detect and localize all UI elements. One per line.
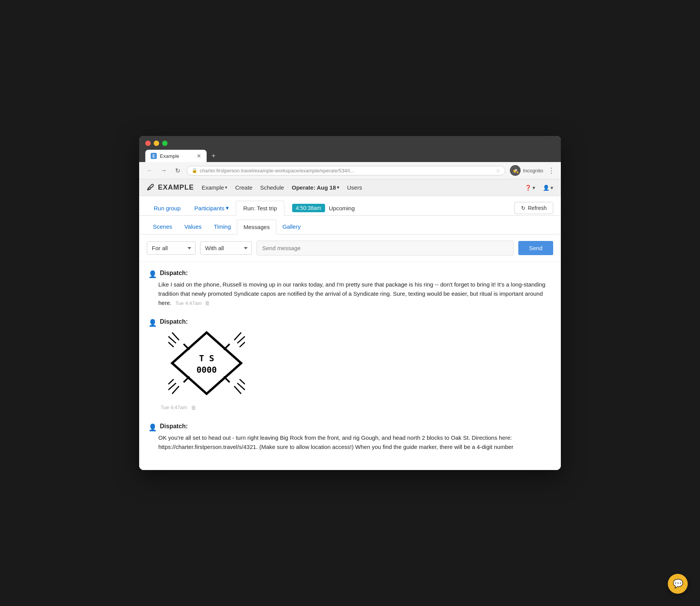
app-logo: 🖊 EXAMPLE <box>147 183 194 192</box>
new-tab-button[interactable]: + <box>208 151 219 161</box>
url-bar[interactable]: 🔒 charter.firstperson.travel/example-wor… <box>187 166 505 175</box>
messages-container: 👤 Dispatch: Like I said on the phone, Ru… <box>139 262 561 470</box>
message-body: Like I said on the phone, Russell is mov… <box>158 280 552 308</box>
browser-tab[interactable]: E Example ✕ <box>145 150 207 162</box>
person-icon-3: 👤 <box>148 423 157 432</box>
sub-tab-values[interactable]: Values <box>178 219 208 234</box>
ts-logo-image: T S 0000 <box>168 329 245 398</box>
message-time: Tue 4:47am <box>175 300 202 306</box>
person-icon-2: 👤 <box>148 319 157 327</box>
message-header-3: 👤 Dispatch: <box>148 423 552 432</box>
delete-message-icon[interactable]: 🗑 <box>205 300 210 306</box>
nav-operate-arrow: ▾ <box>337 185 339 190</box>
ts-logo-container: T S 0000 <box>168 329 245 400</box>
nav-example[interactable]: Example ▾ <box>202 184 227 191</box>
message-item: 👤 Dispatch: Like I said on the phone, Ru… <box>148 270 552 308</box>
sub-tab-messages[interactable]: Messages <box>237 219 276 234</box>
svg-line-12 <box>240 379 245 384</box>
svg-line-2 <box>168 336 176 343</box>
tab-label: Example <box>160 153 179 159</box>
help-dropdown-arrow: ▾ <box>532 185 535 191</box>
url-text: charter.firstperson.travel/example-works… <box>200 168 354 174</box>
svg-line-1 <box>172 332 179 340</box>
sub-tab-timing[interactable]: Timing <box>208 219 237 234</box>
timer-badge: 4:50:38am <box>292 204 325 212</box>
message-sender-2: Dispatch: <box>160 318 188 325</box>
lock-icon: 🔒 <box>192 168 197 173</box>
tab-run-group[interactable]: Run group <box>147 201 187 215</box>
traffic-light-green[interactable] <box>162 141 168 146</box>
message-image-meta: Tue 4:47am 🗑 <box>158 403 552 412</box>
tab-close-button[interactable]: ✕ <box>197 153 201 159</box>
tab-run-test-trip[interactable]: Run: Test trip <box>236 201 284 216</box>
incognito-icon: 🕵 <box>510 165 521 176</box>
message-item-image: 👤 Dispatch: <box>148 318 552 412</box>
back-button[interactable]: ← <box>145 167 154 174</box>
message-item-3: 👤 Dispatch: OK you're all set to head ou… <box>148 423 552 452</box>
chat-widget-icon: 💬 <box>673 579 683 589</box>
nav-users[interactable]: Users <box>347 184 362 191</box>
refresh-button[interactable]: ↻ Refresh <box>514 202 553 214</box>
svg-line-6 <box>240 342 245 347</box>
svg-line-7 <box>172 386 179 394</box>
send-button[interactable]: Send <box>518 241 553 255</box>
nav-example-arrow: ▾ <box>225 185 227 190</box>
bookmark-icon[interactable]: ☆ <box>496 168 500 174</box>
message-time-2: Tue 4:47am <box>161 404 187 412</box>
help-icon: ❓ <box>525 185 531 191</box>
user-icon: 👤 <box>543 185 549 191</box>
traffic-light-yellow[interactable] <box>154 141 159 146</box>
refresh-icon: ↻ <box>521 205 526 211</box>
message-header: 👤 Dispatch: <box>148 270 552 278</box>
more-button[interactable]: ⋮ <box>548 166 555 175</box>
tab-favicon: E <box>151 153 157 159</box>
for-all-select[interactable]: For all For some For selected <box>147 241 196 255</box>
incognito-badge: 🕵 Incognito <box>510 165 543 176</box>
traffic-light-red[interactable] <box>145 141 151 146</box>
sub-tab-gallery[interactable]: Gallery <box>276 219 307 234</box>
svg-text:T S: T S <box>199 354 214 363</box>
message-sender-3: Dispatch: <box>160 423 188 430</box>
svg-text:0000: 0000 <box>197 365 217 375</box>
top-tabs: Run group Participants ▾ Run: Test trip … <box>139 196 561 216</box>
message-body-2: T S 0000 Tue 4:47am 🗑 <box>158 329 552 412</box>
with-all-select[interactable]: With all With selected With none <box>200 241 252 255</box>
logo-icon: 🖊 <box>147 183 155 192</box>
help-button[interactable]: ❓ ▾ <box>525 185 535 191</box>
address-bar: ← → ↻ 🔒 charter.firstperson.travel/examp… <box>139 162 561 179</box>
app-header: 🖊 EXAMPLE Example ▾ Create Schedule Oper… <box>139 179 561 196</box>
message-body-3: OK you're all set to head out - turn rig… <box>158 433 552 452</box>
nav-create[interactable]: Create <box>235 184 252 191</box>
sub-tabs: Scenes Values Timing Messages Gallery <box>139 216 561 234</box>
forward-button[interactable]: → <box>159 167 168 174</box>
upcoming-label: Upcoming <box>329 205 355 211</box>
svg-line-4 <box>234 332 241 340</box>
user-dropdown-arrow: ▾ <box>550 185 553 191</box>
tab-participants[interactable]: Participants ▾ <box>187 201 236 215</box>
person-icon: 👤 <box>148 270 157 278</box>
reload-button[interactable]: ↻ <box>173 167 182 174</box>
svg-line-9 <box>168 379 174 384</box>
chat-widget-button[interactable]: 💬 <box>668 574 688 594</box>
delete-message-icon-2[interactable]: 🗑 <box>191 403 196 412</box>
main-content: Run group Participants ▾ Run: Test trip … <box>139 196 561 470</box>
message-header-2: 👤 Dispatch: <box>148 318 552 327</box>
svg-line-11 <box>237 383 245 390</box>
svg-marker-0 <box>172 332 241 394</box>
participants-dropdown-arrow: ▾ <box>226 205 229 211</box>
svg-line-3 <box>168 342 174 347</box>
svg-line-5 <box>237 336 245 343</box>
message-input[interactable] <box>256 241 514 256</box>
message-toolbar: For all For some For selected With all W… <box>139 234 561 262</box>
sub-tab-scenes[interactable]: Scenes <box>147 219 178 234</box>
nav-operate[interactable]: Operate: Aug 18 ▾ <box>292 184 339 191</box>
user-menu-button[interactable]: 👤 ▾ <box>543 185 553 191</box>
nav-schedule[interactable]: Schedule <box>260 184 284 191</box>
message-sender: Dispatch: <box>160 270 188 277</box>
svg-line-8 <box>168 383 176 390</box>
svg-line-10 <box>234 386 241 394</box>
